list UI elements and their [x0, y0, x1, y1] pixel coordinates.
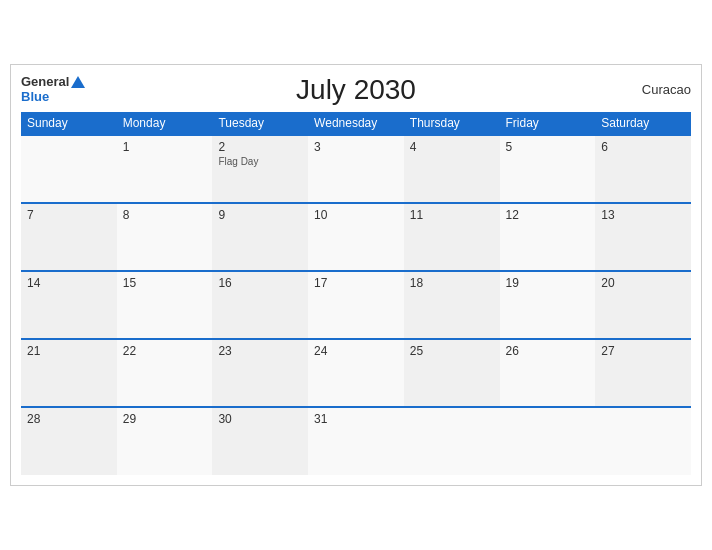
calendar-wrapper: General Blue July 2030 Curacao SundayMon… [10, 64, 702, 486]
day-cell: 4 [404, 135, 500, 203]
day-number: 9 [218, 208, 302, 222]
day-cell [595, 407, 691, 475]
day-cell: 3 [308, 135, 404, 203]
day-number: 2 [218, 140, 302, 154]
day-cell: 9 [212, 203, 308, 271]
day-cell: 7 [21, 203, 117, 271]
day-number: 1 [123, 140, 207, 154]
week-row-3: 21222324252627 [21, 339, 691, 407]
day-number: 6 [601, 140, 685, 154]
day-cell: 5 [500, 135, 596, 203]
weekday-header-thursday: Thursday [404, 112, 500, 135]
day-number: 10 [314, 208, 398, 222]
logo-blue-text: Blue [21, 90, 49, 104]
weekday-header-wednesday: Wednesday [308, 112, 404, 135]
day-number: 21 [27, 344, 111, 358]
weekday-header-saturday: Saturday [595, 112, 691, 135]
day-cell: 27 [595, 339, 691, 407]
day-number: 16 [218, 276, 302, 290]
calendar-title: July 2030 [296, 74, 416, 106]
region-label: Curacao [642, 82, 691, 97]
day-number: 26 [506, 344, 590, 358]
day-cell: 8 [117, 203, 213, 271]
day-cell: 31 [308, 407, 404, 475]
weekday-header-sunday: Sunday [21, 112, 117, 135]
day-number: 4 [410, 140, 494, 154]
week-row-0: 12Flag Day3456 [21, 135, 691, 203]
day-cell [21, 135, 117, 203]
day-cell: 25 [404, 339, 500, 407]
calendar-grid: SundayMondayTuesdayWednesdayThursdayFrid… [21, 112, 691, 475]
day-cell: 10 [308, 203, 404, 271]
day-number: 22 [123, 344, 207, 358]
day-cell: 19 [500, 271, 596, 339]
day-cell: 30 [212, 407, 308, 475]
day-number: 18 [410, 276, 494, 290]
day-number: 29 [123, 412, 207, 426]
day-cell: 14 [21, 271, 117, 339]
day-cell: 11 [404, 203, 500, 271]
day-number: 27 [601, 344, 685, 358]
day-cell: 1 [117, 135, 213, 203]
week-row-1: 78910111213 [21, 203, 691, 271]
day-number: 17 [314, 276, 398, 290]
day-cell: 16 [212, 271, 308, 339]
day-cell: 22 [117, 339, 213, 407]
day-cell [404, 407, 500, 475]
day-number: 31 [314, 412, 398, 426]
day-number: 5 [506, 140, 590, 154]
day-cell: 20 [595, 271, 691, 339]
day-cell: 12 [500, 203, 596, 271]
day-number: 23 [218, 344, 302, 358]
day-number: 24 [314, 344, 398, 358]
day-number: 3 [314, 140, 398, 154]
day-cell: 15 [117, 271, 213, 339]
day-cell: 21 [21, 339, 117, 407]
logo-general-text: General [21, 75, 69, 89]
day-event: Flag Day [218, 156, 302, 167]
weekday-header-row: SundayMondayTuesdayWednesdayThursdayFrid… [21, 112, 691, 135]
day-number: 25 [410, 344, 494, 358]
day-number: 11 [410, 208, 494, 222]
day-number: 28 [27, 412, 111, 426]
day-cell: 29 [117, 407, 213, 475]
week-row-4: 28293031 [21, 407, 691, 475]
day-cell: 24 [308, 339, 404, 407]
weekday-header-monday: Monday [117, 112, 213, 135]
day-cell: 28 [21, 407, 117, 475]
day-cell: 18 [404, 271, 500, 339]
day-number: 13 [601, 208, 685, 222]
logo-triangle-icon [71, 76, 85, 88]
day-cell: 23 [212, 339, 308, 407]
day-number: 14 [27, 276, 111, 290]
calendar-header: General Blue July 2030 Curacao [21, 75, 691, 104]
weekday-header-tuesday: Tuesday [212, 112, 308, 135]
day-cell: 13 [595, 203, 691, 271]
day-number: 8 [123, 208, 207, 222]
day-number: 15 [123, 276, 207, 290]
day-cell [500, 407, 596, 475]
day-number: 30 [218, 412, 302, 426]
day-number: 7 [27, 208, 111, 222]
day-cell: 2Flag Day [212, 135, 308, 203]
week-row-2: 14151617181920 [21, 271, 691, 339]
weekday-header-friday: Friday [500, 112, 596, 135]
day-number: 20 [601, 276, 685, 290]
day-cell: 6 [595, 135, 691, 203]
day-number: 12 [506, 208, 590, 222]
day-cell: 26 [500, 339, 596, 407]
logo-area: General Blue [21, 75, 85, 104]
day-number: 19 [506, 276, 590, 290]
day-cell: 17 [308, 271, 404, 339]
